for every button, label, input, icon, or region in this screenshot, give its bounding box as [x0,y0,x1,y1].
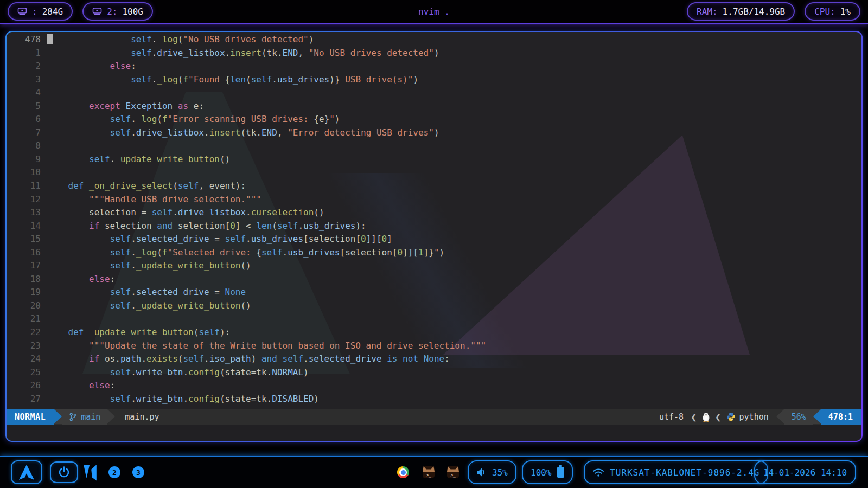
code-line: 10 [7,166,861,179]
kitty-terminal-item-2[interactable]: >_ [445,460,461,484]
vim-mode-indicator: NORMAL [7,409,54,425]
line-number: 5 [7,100,47,113]
code-line-text: """Handle USB drive selection.""" [47,193,261,207]
nvim-window: 478 self._log("No USB drives detected")1… [5,31,863,442]
disk2-label: 2: [107,7,117,17]
code-line: 25 self.write_btn.config(state=tk.NORMAL… [7,366,861,380]
kitty-terminal-icon: >_ [423,466,435,478]
code-line-text: self._log(f"Selected drive: {self.usb_dr… [47,246,444,260]
disk2-value: 100G [122,7,143,17]
line-number: 14 [7,220,47,233]
code-line-text: self.selected_drive = None [47,286,246,299]
code-line: 22 def _update_write_button(self): [7,326,861,339]
code-line-text: self.drive_listbox.insert(tk.END, "Error… [47,126,439,140]
volume-level: 35% [492,467,508,478]
app-launcher-button[interactable] [11,460,42,484]
code-line: 478 self._log("No USB drives detected") [7,33,861,47]
ram-value: 1.7GB/14.9GB [723,7,786,17]
battery-widget[interactable]: 100% [522,460,573,484]
code-line-text: self._update_write_button() [47,259,251,273]
kitty-terminal-item-1[interactable]: >_ [420,460,437,484]
code-line-text: selection = self.drive_listbox.curselect… [47,206,324,220]
line-number: 9 [7,153,47,166]
line-number: 17 [7,259,47,273]
disk-usage-1-badge: : 284G [8,2,73,21]
powerline-separator [776,409,784,424]
workspace-2-indicator[interactable]: 2 [106,460,123,484]
code-line: 14 if selection and selection[0] < len(s… [7,220,861,233]
wifi-ssid: TURKSAT-KABLONET-9896-2.4G [610,467,760,478]
workspace-3-indicator[interactable]: 3 [130,460,146,484]
vim-statusline: NORMAL main main.py [7,409,861,425]
cpu-usage-badge: CPU: 1% [805,2,860,21]
scroll-percentage: 56% [784,409,813,425]
filename: main.py [115,409,169,425]
line-number: 478 [7,33,47,47]
filetype-label: python [739,412,769,422]
powerline-separator [54,409,62,424]
code-line-text: else: [47,60,136,73]
code-buffer[interactable]: 478 self._log("No USB drives detected")1… [7,32,861,409]
chrome-taskbar-item[interactable] [395,460,411,484]
python-logo-icon [726,412,736,421]
statusline-right: utf-8 ❮ ❮ [657,409,861,425]
file-encoding: utf-8 [657,409,686,425]
power-button[interactable] [50,461,78,483]
speaker-icon [476,467,487,477]
workspace-1-indicator[interactable] [79,460,101,484]
code-line-text: def _on_drive_select(self, event): [47,179,246,193]
code-line: 24 if os.path.exists(self.iso_path) and … [7,352,861,366]
cpu-label: CPU: [814,7,835,17]
line-number: 26 [7,379,47,393]
ram-label: RAM: [697,7,718,17]
code-line: 4 [7,86,861,100]
code-line: 20 self._update_write_button() [7,299,861,313]
ram-usage-badge: RAM: 1.7GB/14.9GB [687,2,795,21]
code-line: 23 """Update the state of the Write butt… [7,339,861,353]
code-line: 3 self._log(f"Found {len(self.usb_drives… [7,73,861,87]
code-line-text: if os.path.exists(self.iso_path) and sel… [47,352,450,366]
cpu-value: 1% [840,7,851,17]
code-line: 2 else: [7,60,861,73]
line-number: 27 [7,393,47,406]
line-number: 25 [7,366,47,380]
battery-level: 100% [531,467,552,478]
code-line-text: def _update_write_button(self): [47,326,230,339]
disk-usage-2-badge: 2: 100G [82,2,153,21]
line-number: 4 [7,86,47,100]
line-number: 11 [7,179,47,193]
git-branch-segment: main [62,409,107,425]
arch-linux-icon [17,464,36,481]
code-line: 6 self._log(f"Error scanning USB drives:… [7,113,861,126]
os-indicator [702,409,710,425]
clock-widget[interactable]: 14-01-2026 14:10 [754,460,856,484]
powerline-separator [813,409,821,424]
code-line-text: self._log(f"Found {len(self.usb_drives)}… [47,73,418,87]
line-number: 20 [7,299,47,313]
code-line: 11 def _on_drive_select(self, event): [7,179,861,193]
code-line: 17 self._update_write_button() [7,259,861,273]
git-branch-name: main [81,412,100,422]
tmux-status-bar: : 284G 2: 100G nvim . RAM: 1.7GB/14.9GB … [0,0,868,24]
code-line-text: else: [47,273,115,286]
code-line-text: self._log("No USB drives detected") [47,33,314,47]
line-number: 2 [7,60,47,73]
code-line-text: self._log(f"Error scanning USB drives: {… [47,113,340,126]
filetype-segment: python [726,409,769,425]
line-number: 23 [7,339,47,353]
chevron-separator: ❮ [715,409,722,425]
taskbar: 2 3 >_ >_ 35% 100% [0,456,868,488]
chrome-icon [397,466,409,478]
code-line-text: if selection and selection[0] < len(self… [47,220,366,233]
wifi-widget[interactable]: TURKSAT-KABLONET-9896-2.4G [584,460,768,484]
wifi-icon [592,468,604,477]
line-number: 13 [7,206,47,220]
code-line: 13 selection = self.drive_listbox.cursel… [7,206,861,220]
volume-widget[interactable]: 35% [468,460,516,484]
code-line: 7 self.drive_listbox.insert(tk.END, "Err… [7,126,861,140]
line-number: 18 [7,273,47,286]
tmux-left-status: : 284G 2: 100G [8,2,153,21]
code-line-text: self._update_write_button() [47,153,230,166]
code-line: 1 self.drive_listbox.insert(tk.END, "No … [7,47,861,60]
code-line: 21 [7,312,861,326]
